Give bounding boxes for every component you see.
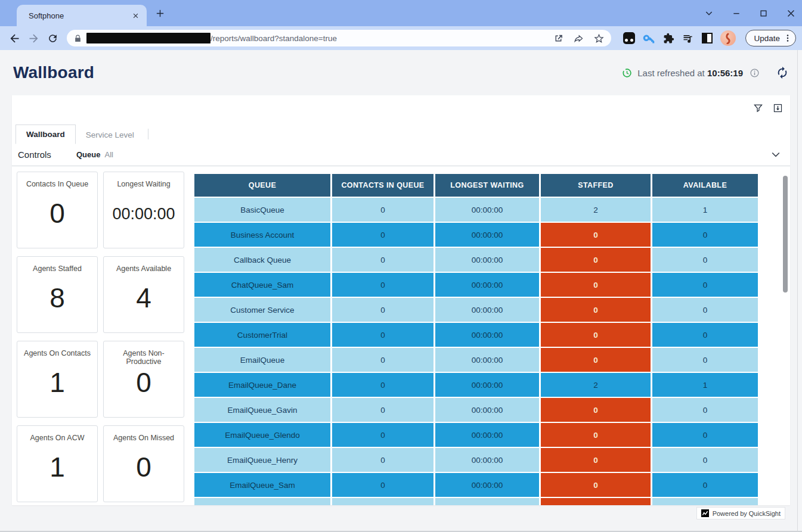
contacts-cell[interactable]: 0 <box>332 373 433 397</box>
profile-avatar[interactable] <box>720 30 736 46</box>
contacts-cell[interactable]: 0 <box>332 273 433 297</box>
refresh-button-icon[interactable] <box>776 66 789 79</box>
staffed-cell[interactable]: 2 <box>541 373 651 397</box>
tab-close-icon[interactable] <box>130 10 141 21</box>
table-row[interactable]: Callback Queue000:00:0000 <box>194 248 758 272</box>
column-header[interactable]: CONTACTS IN QUEUE <box>332 174 433 197</box>
browser-menu-kebab-icon[interactable] <box>782 33 793 43</box>
staffed-cell[interactable]: 0 <box>541 323 651 347</box>
longest-waiting-cell[interactable]: 00:00:00 <box>435 323 539 347</box>
contacts-cell[interactable]: 0 <box>332 198 433 222</box>
lock-icon[interactable] <box>74 35 82 42</box>
longest-waiting-cell[interactable]: 00:00:00 <box>435 448 539 472</box>
available-cell[interactable]: 0 <box>652 298 758 322</box>
export-download-icon[interactable] <box>773 103 783 113</box>
update-button[interactable]: Update <box>745 30 796 46</box>
playlist-icon[interactable] <box>682 32 694 44</box>
forward-icon[interactable] <box>25 30 42 46</box>
contacts-cell[interactable]: 0 <box>332 448 433 472</box>
queue-cell[interactable]: Callback Queue <box>194 248 330 272</box>
table-row[interactable]: EmailQueue_Gavin000:00:0000 <box>194 398 758 422</box>
longest-waiting-cell[interactable]: 00:00:00 <box>435 348 539 372</box>
contacts-cell[interactable]: 0 <box>332 398 433 422</box>
queue-cell[interactable]: EmailQueue_Sam <box>194 473 330 497</box>
longest-waiting-cell[interactable]: 00:00:00 <box>435 273 539 297</box>
staffed-cell[interactable]: 0 <box>541 298 651 322</box>
available-cell[interactable]: 1 <box>652 198 758 222</box>
table-row[interactable]: Customer Service000:00:0000 <box>194 298 758 322</box>
table-row[interactable]: EmailQueue000:00:0000 <box>194 348 758 372</box>
contacts-cell[interactable]: 0 <box>332 498 433 505</box>
share-icon[interactable] <box>574 33 584 43</box>
longest-waiting-cell[interactable]: 00:00:00 <box>435 198 539 222</box>
url-text[interactable]: /reports/wallboard?standalone=true <box>210 34 553 43</box>
available-cell[interactable]: 1 <box>652 373 758 397</box>
queue-cell[interactable]: EmailQueue_Glendo <box>194 423 330 447</box>
longest-waiting-cell[interactable]: 00:00:00 <box>435 423 539 447</box>
queue-cell[interactable]: CustomerTrial <box>194 323 330 347</box>
queue-cell[interactable]: Business Account <box>194 223 330 247</box>
staffed-cell[interactable]: 0 <box>541 498 651 505</box>
longest-waiting-cell[interactable]: 00:00:00 <box>435 223 539 247</box>
filter-funnel-icon[interactable] <box>753 103 763 113</box>
queue-cell[interactable]: EmailQueue_Henry <box>194 448 330 472</box>
available-cell[interactable]: 0 <box>652 348 758 372</box>
staffed-cell[interactable]: 0 <box>541 473 651 497</box>
table-row[interactable]: BasicQueue000:00:0021 <box>194 198 758 222</box>
queue-cell[interactable]: EmailQueue <box>194 348 330 372</box>
longest-waiting-cell[interactable]: 00:00:00 <box>435 248 539 272</box>
available-cell[interactable]: 0 <box>652 223 758 247</box>
table-row[interactable]: EmailQueue_Henry000:00:0000 <box>194 448 758 472</box>
available-cell[interactable]: 0 <box>652 473 758 497</box>
queue-cell[interactable]: BasicQueue <box>194 198 330 222</box>
contacts-cell[interactable]: 0 <box>332 423 433 447</box>
table-row[interactable]: EmailQueue_T000:00:0000 <box>194 498 758 505</box>
maximize-icon[interactable] <box>759 9 768 18</box>
column-header[interactable]: STAFFED <box>541 174 651 197</box>
table-row[interactable]: EmailQueue_Dane000:00:0021 <box>194 373 758 397</box>
queue-cell[interactable]: EmailQueue_Dane <box>194 373 330 397</box>
column-header[interactable]: LONGEST WAITING <box>435 174 539 197</box>
contrast-extension-icon[interactable] <box>702 33 713 43</box>
available-cell[interactable]: 0 <box>652 323 758 347</box>
table-row[interactable]: EmailQueue_Glendo000:00:0000 <box>194 423 758 447</box>
staffed-cell[interactable]: 0 <box>541 398 651 422</box>
reload-icon[interactable] <box>44 30 61 46</box>
available-cell[interactable]: 0 <box>652 423 758 447</box>
table-scrollbar[interactable] <box>783 174 788 500</box>
longest-waiting-cell[interactable]: 00:00:00 <box>435 373 539 397</box>
tab-search-chevron-icon[interactable] <box>704 8 714 18</box>
contacts-cell[interactable]: 0 <box>332 223 433 247</box>
staffed-cell[interactable]: 0 <box>541 248 651 272</box>
staffed-cell[interactable]: 0 <box>541 223 651 247</box>
new-tab-icon[interactable] <box>155 8 165 18</box>
extension-dots-icon[interactable] <box>623 32 635 44</box>
open-in-new-icon[interactable] <box>553 33 563 43</box>
queue-cell[interactable]: Customer Service <box>194 298 330 322</box>
table-row[interactable]: CustomerTrial000:00:0000 <box>194 323 758 347</box>
staffed-cell[interactable]: 2 <box>541 198 651 222</box>
puzzle-extensions-icon[interactable] <box>663 33 674 44</box>
minimize-icon[interactable] <box>732 8 741 18</box>
longest-waiting-cell[interactable]: 00:00:00 <box>435 298 539 322</box>
contacts-cell[interactable]: 0 <box>332 298 433 322</box>
contacts-cell[interactable]: 0 <box>332 248 433 272</box>
contacts-cell[interactable]: 0 <box>332 348 433 372</box>
bookmark-star-icon[interactable] <box>594 33 604 43</box>
staffed-cell[interactable]: 0 <box>541 273 651 297</box>
browser-tab[interactable]: Softphone <box>17 5 147 26</box>
available-cell[interactable]: 0 <box>652 498 758 505</box>
queue-cell[interactable]: EmailQueue_T <box>194 498 330 505</box>
column-header[interactable]: AVAILABLE <box>652 174 758 197</box>
available-cell[interactable]: 0 <box>652 398 758 422</box>
staffed-cell[interactable]: 0 <box>541 348 651 372</box>
table-row[interactable]: ChatQueue_Sam000:00:0000 <box>194 273 758 297</box>
available-cell[interactable]: 0 <box>652 248 758 272</box>
password-key-icon[interactable] <box>643 32 655 45</box>
longest-waiting-cell[interactable]: 00:00:00 <box>435 473 539 497</box>
longest-waiting-cell[interactable]: 00:00:00 <box>435 398 539 422</box>
queue-cell[interactable]: ChatQueue_Sam <box>194 273 330 297</box>
controls-collapse-chevron-icon[interactable] <box>770 148 782 160</box>
address-bar[interactable]: /reports/wallboard?standalone=true <box>67 30 611 46</box>
table-row[interactable]: EmailQueue_Sam000:00:0000 <box>194 473 758 497</box>
